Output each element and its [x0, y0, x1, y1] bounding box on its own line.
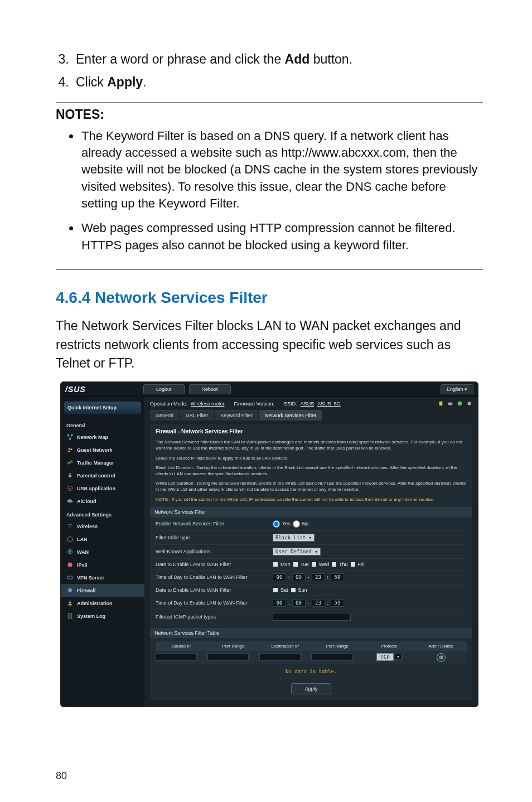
port-range-input[interactable]	[311, 653, 352, 661]
enable-yes-radio[interactable]	[273, 520, 280, 528]
firewall-tabs: General URL Filter Keyword Filter Networ…	[150, 410, 472, 421]
day-checkbox[interactable]	[273, 562, 278, 567]
svg-rect-1	[71, 434, 72, 436]
svg-point-11	[69, 601, 71, 603]
ssid-value[interactable]: ASUS	[301, 401, 315, 407]
add-row-button[interactable]: ⊕	[437, 653, 446, 662]
sidebar-item-administration[interactable]: Administration	[61, 597, 144, 610]
page-number: 80	[56, 770, 67, 782]
wellknown-select[interactable]: User Defined ▾	[273, 548, 321, 555]
apply-button[interactable]: Apply	[291, 683, 332, 694]
instruction-list: Enter a word or phrase and click the Add…	[56, 50, 483, 92]
svg-rect-2	[69, 438, 71, 439]
filter-table-row: TCP▾ ⊕	[156, 651, 467, 664]
panel-desc: Black List Duration : During the schedul…	[156, 465, 467, 477]
instruction-step-3: Enter a word or phrase and click the Add…	[72, 50, 483, 69]
notes-title: NOTES:	[56, 107, 483, 122]
sidebar-item-network-map[interactable]: Network Map	[61, 431, 144, 443]
svg-point-7	[70, 528, 71, 529]
sidebar-item-traffic-manager[interactable]: Traffic Manager	[61, 456, 144, 469]
operation-line: Operation Mode: Wireless router Firmware…	[150, 400, 472, 410]
panel-desc: White List Duration : During the schedul…	[156, 480, 467, 492]
vpn-server-icon	[66, 574, 74, 581]
instruction-step-4: Click Apply.	[72, 73, 483, 91]
time-input[interactable]: 23	[312, 599, 325, 607]
time-input[interactable]: 59	[331, 599, 344, 607]
icmp-input[interactable]	[273, 613, 351, 621]
quick-internet-setup[interactable]: Quick Internet Setup	[64, 402, 141, 414]
section-body: The Network Services Filter blocks LAN t…	[56, 317, 483, 373]
ssid-value-5g[interactable]: ASUS_5G	[317, 401, 341, 407]
enable-no-radio[interactable]	[293, 520, 300, 528]
tab-url-filter[interactable]: URL Filter	[180, 410, 214, 421]
panel-desc: Leave the source IP field blank to apply…	[156, 455, 467, 461]
time-input[interactable]: 00	[273, 573, 286, 581]
sidebar-item-usb-application[interactable]: USB application	[61, 482, 144, 495]
notes-box: NOTES: The Keyword Filter is based on a …	[56, 102, 483, 270]
traffic-manager-icon	[66, 459, 74, 466]
sidebar-item-firewall[interactable]: Firewall	[61, 584, 144, 597]
note-item: Web pages compressed using HTTP compress…	[80, 220, 483, 254]
day-checkbox[interactable]	[350, 562, 356, 567]
sidebar-item-aicloud[interactable]: AiCloud	[61, 495, 144, 508]
source-ip-input[interactable]	[156, 653, 197, 661]
usb-status-icon	[438, 400, 444, 407]
day-checkbox[interactable]	[331, 562, 337, 567]
router-topbar: /SUS Logout Reboot English ▾	[61, 382, 478, 397]
lan-icon	[66, 535, 74, 543]
svg-point-3	[68, 448, 70, 450]
day-checkbox[interactable]	[291, 587, 296, 593]
sidebar-head-advanced: Advanced Settings	[61, 508, 144, 520]
tab-general[interactable]: General	[150, 410, 179, 421]
sidebar-item-wan[interactable]: WAN	[61, 545, 144, 558]
day-checkbox[interactable]	[293, 562, 298, 567]
firewall-icon	[66, 587, 74, 594]
reboot-button[interactable]: Reboot	[189, 384, 231, 394]
router-sidebar: Quick Internet Setup General Network Map…	[61, 397, 144, 707]
parental-control-icon	[66, 472, 74, 479]
op-mode-value[interactable]: Wireless router	[191, 401, 225, 407]
svg-point-9	[67, 563, 72, 567]
sidebar-item-vpn-server[interactable]: VPN Server	[61, 571, 144, 584]
logout-button[interactable]: Logout	[143, 384, 185, 394]
sidebar-item-wireless[interactable]: Wireless	[61, 520, 144, 533]
day-checkbox[interactable]	[273, 587, 278, 593]
time-input[interactable]: 00	[273, 599, 286, 607]
notes-list: The Keyword Filter is based on a DNS que…	[80, 128, 483, 254]
port-range-input[interactable]	[207, 653, 249, 661]
row-date2: Date to Enable LAN to WAN Filter Sat Sun	[156, 584, 467, 596]
sidebar-item-ipv6[interactable]: IPv6	[61, 558, 144, 571]
day-checkbox[interactable]	[311, 562, 317, 567]
section-heading: 4.6.4 Network Services Filter	[56, 289, 483, 307]
panel-note: NOTE : If you set the subnet for the Whi…	[156, 496, 467, 503]
tab-network-services-filter[interactable]: Network Services Filter	[259, 410, 322, 421]
sidebar-item-system-log[interactable]: System Log	[61, 610, 144, 622]
time-input[interactable]: 23	[312, 573, 325, 581]
panel-desc: The Network Services filter blocks the L…	[156, 439, 467, 451]
printer-status-icon	[447, 400, 453, 407]
protocol-dropdown-icon[interactable]: ▾	[395, 654, 402, 660]
network-map-icon	[66, 433, 74, 441]
filter-type-select[interactable]: Black List ▾	[273, 534, 315, 542]
time-input[interactable]: 00	[292, 573, 306, 581]
language-select[interactable]: English ▾	[441, 384, 473, 394]
wireless-icon	[66, 523, 74, 530]
time-input[interactable]: 59	[331, 573, 344, 581]
row-time2: Time of Day to Enable LAN to WAN Filter …	[156, 596, 467, 610]
protocol-select[interactable]: TCP	[376, 653, 393, 661]
svg-rect-13	[439, 402, 443, 405]
usb-application-icon	[66, 485, 74, 492]
row-filter-type: Filter table type Black List ▾	[156, 530, 467, 544]
tab-keyword-filter[interactable]: Keyword Filter	[215, 410, 258, 421]
router-screenshot: /SUS Logout Reboot English ▾ Quick Inter…	[60, 381, 478, 707]
sidebar-item-guest-network[interactable]: Guest Network	[61, 443, 144, 456]
row-date1: Date to Enable LAN to WAN Filter Mon Tue…	[156, 558, 467, 570]
administration-icon	[66, 600, 74, 607]
svg-point-4	[70, 448, 72, 450]
filter-table-head: Source IP Port Range Destination IP Port…	[156, 641, 467, 651]
svg-rect-5	[69, 475, 71, 477]
sidebar-item-parental-control[interactable]: Parental control	[61, 469, 144, 482]
sidebar-item-lan[interactable]: LAN	[61, 533, 144, 545]
dest-ip-input[interactable]	[259, 653, 301, 661]
time-input[interactable]: 00	[292, 599, 306, 607]
